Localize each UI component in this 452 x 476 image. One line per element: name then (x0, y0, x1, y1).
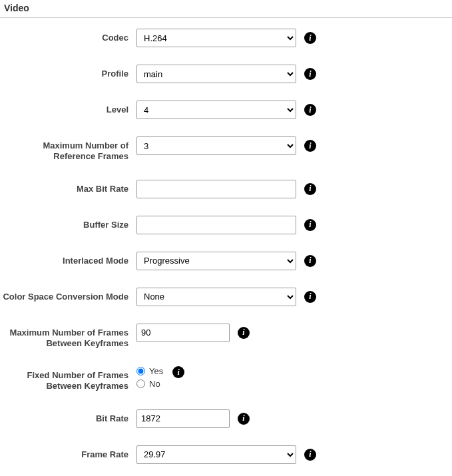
bit-rate-input[interactable] (136, 409, 230, 428)
info-icon[interactable]: i (304, 183, 316, 195)
max-frames-keyframes-label: Maximum Number of Frames Between Keyfram… (0, 324, 136, 350)
fixed-frames-yes-label: Yes (149, 366, 163, 376)
buffer-size-label: Buffer Size (0, 216, 136, 230)
fixed-frames-keyframes-label: Fixed Number of Frames Between Keyframes (0, 366, 136, 392)
buffer-size-row: Buffer Size i (0, 216, 452, 234)
section-title: Video (0, 0, 452, 18)
profile-label: Profile (0, 65, 136, 79)
info-icon[interactable]: i (304, 68, 316, 80)
color-space-row: Color Space Conversion Mode None i (0, 288, 452, 306)
codec-select[interactable]: H.264 (136, 29, 296, 47)
profile-select[interactable]: main (136, 65, 296, 83)
info-icon[interactable]: i (304, 449, 316, 461)
buffer-size-input[interactable] (136, 216, 296, 234)
fixed-frames-no-radio[interactable] (136, 379, 145, 388)
frame-rate-row: Frame Rate 29.97 i (0, 445, 452, 464)
info-icon[interactable]: i (238, 413, 250, 425)
interlaced-mode-label: Interlaced Mode (0, 252, 136, 266)
max-bit-rate-input[interactable] (136, 180, 296, 198)
max-bit-rate-label: Max Bit Rate (0, 180, 136, 194)
frame-rate-label: Frame Rate (0, 445, 136, 460)
max-frames-keyframes-row: Maximum Number of Frames Between Keyfram… (0, 324, 452, 350)
fixed-frames-keyframes-row: Fixed Number of Frames Between Keyframes… (0, 366, 452, 392)
profile-row: Profile main i (0, 65, 452, 83)
color-space-select[interactable]: None (136, 288, 296, 306)
max-ref-frames-label: Maximum Number of Reference Frames (0, 136, 136, 162)
level-label: Level (0, 101, 136, 115)
fixed-frames-radio-group: Yes No (136, 366, 163, 389)
bit-rate-row: Bit Rate i (0, 409, 452, 428)
codec-row: Codec H.264 i (0, 29, 452, 47)
level-select[interactable]: 4 (136, 101, 296, 119)
info-icon[interactable]: i (304, 255, 316, 267)
interlaced-mode-select[interactable]: Progressive (136, 252, 296, 270)
max-ref-frames-row: Maximum Number of Reference Frames 3 i (0, 136, 452, 162)
codec-label: Codec (0, 29, 136, 43)
info-icon[interactable]: i (304, 104, 316, 116)
info-icon[interactable]: i (304, 32, 316, 44)
info-icon[interactable]: i (304, 291, 316, 303)
fixed-frames-yes-radio[interactable] (136, 367, 145, 375)
max-bit-rate-row: Max Bit Rate i (0, 180, 452, 198)
max-frames-keyframes-input[interactable] (136, 324, 230, 342)
info-icon[interactable]: i (304, 140, 316, 152)
max-ref-frames-select[interactable]: 3 (136, 136, 296, 155)
info-icon[interactable]: i (172, 366, 184, 378)
frame-rate-select[interactable]: 29.97 (136, 445, 296, 464)
interlaced-mode-row: Interlaced Mode Progressive i (0, 252, 452, 270)
color-space-label: Color Space Conversion Mode (0, 288, 136, 302)
fixed-frames-no-label: No (149, 379, 160, 389)
info-icon[interactable]: i (238, 327, 250, 339)
info-icon[interactable]: i (304, 219, 316, 231)
level-row: Level 4 i (0, 101, 452, 119)
bit-rate-label: Bit Rate (0, 409, 136, 424)
video-form: Codec H.264 i Profile main i Level 4 i M… (0, 18, 452, 464)
